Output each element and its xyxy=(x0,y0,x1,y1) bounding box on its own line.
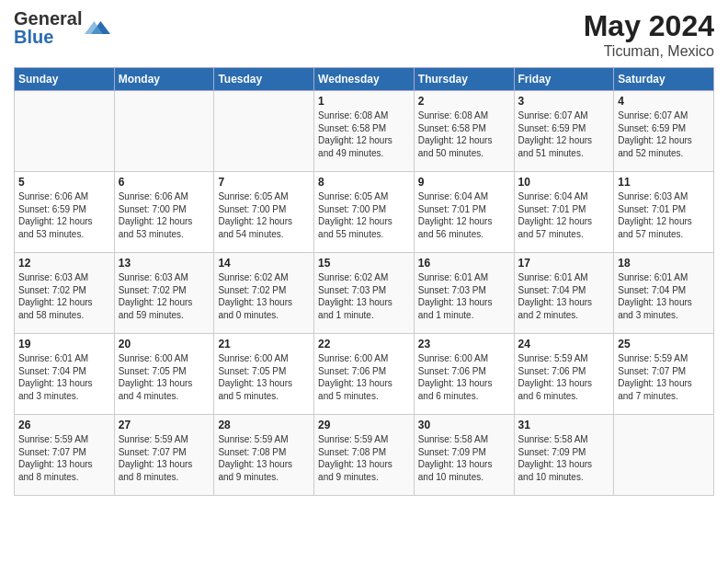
title-block: May 2024 Ticuman, Mexico xyxy=(584,9,714,60)
day-number: 6 xyxy=(119,176,210,189)
weekday-header-saturday: Saturday xyxy=(614,68,714,91)
day-info: Sunrise: 6:06 AM Sunset: 6:59 PM Dayligh… xyxy=(18,190,110,240)
logo: General Blue xyxy=(14,9,110,46)
calendar-cell: 4Sunrise: 6:07 AM Sunset: 6:59 PM Daylig… xyxy=(614,91,714,172)
calendar-table: SundayMondayTuesdayWednesdayThursdayFrid… xyxy=(14,67,714,496)
calendar-cell: 17Sunrise: 6:01 AM Sunset: 7:04 PM Dayli… xyxy=(514,253,614,334)
day-info: Sunrise: 6:04 AM Sunset: 7:01 PM Dayligh… xyxy=(418,190,510,240)
calendar-week-row: 26Sunrise: 5:59 AM Sunset: 7:07 PM Dayli… xyxy=(15,415,714,496)
day-info: Sunrise: 6:03 AM Sunset: 7:02 PM Dayligh… xyxy=(119,271,210,321)
logo-line2: Blue xyxy=(14,28,82,46)
day-number: 9 xyxy=(418,176,510,189)
day-number: 30 xyxy=(418,419,510,431)
day-number: 23 xyxy=(418,338,510,350)
day-info: Sunrise: 6:05 AM Sunset: 7:00 PM Dayligh… xyxy=(218,190,310,240)
day-info: Sunrise: 6:00 AM Sunset: 7:05 PM Dayligh… xyxy=(218,352,310,402)
day-info: Sunrise: 6:01 AM Sunset: 7:03 PM Dayligh… xyxy=(418,271,510,321)
day-number: 11 xyxy=(618,176,710,189)
calendar-cell: 24Sunrise: 5:59 AM Sunset: 7:06 PM Dayli… xyxy=(514,334,614,415)
weekday-header-sunday: Sunday xyxy=(15,68,115,91)
calendar-cell: 3Sunrise: 6:07 AM Sunset: 6:59 PM Daylig… xyxy=(514,91,614,172)
calendar-cell: 27Sunrise: 5:59 AM Sunset: 7:07 PM Dayli… xyxy=(114,415,214,496)
calendar-week-row: 12Sunrise: 6:03 AM Sunset: 7:02 PM Dayli… xyxy=(15,253,714,334)
calendar-cell: 23Sunrise: 6:00 AM Sunset: 7:06 PM Dayli… xyxy=(414,334,514,415)
calendar-cell xyxy=(114,91,214,172)
day-info: Sunrise: 6:08 AM Sunset: 6:58 PM Dayligh… xyxy=(418,109,510,159)
month-title: May 2024 xyxy=(584,9,714,43)
calendar-cell: 14Sunrise: 6:02 AM Sunset: 7:02 PM Dayli… xyxy=(214,253,314,334)
weekday-header-friday: Friday xyxy=(514,68,614,91)
calendar-week-row: 1Sunrise: 6:08 AM Sunset: 6:58 PM Daylig… xyxy=(15,91,714,172)
day-info: Sunrise: 6:01 AM Sunset: 7:04 PM Dayligh… xyxy=(518,271,610,321)
day-number: 26 xyxy=(18,419,110,431)
day-number: 2 xyxy=(418,95,510,108)
calendar-cell: 13Sunrise: 6:03 AM Sunset: 7:02 PM Dayli… xyxy=(114,253,214,334)
calendar-cell xyxy=(614,415,714,496)
logo-line1: General xyxy=(14,9,82,28)
day-number: 8 xyxy=(318,176,410,189)
day-number: 10 xyxy=(518,176,610,189)
calendar-cell: 21Sunrise: 6:00 AM Sunset: 7:05 PM Dayli… xyxy=(214,334,314,415)
calendar-cell: 19Sunrise: 6:01 AM Sunset: 7:04 PM Dayli… xyxy=(15,334,115,415)
day-info: Sunrise: 6:08 AM Sunset: 6:58 PM Dayligh… xyxy=(318,109,410,159)
day-number: 25 xyxy=(618,338,710,350)
day-number: 7 xyxy=(218,176,310,189)
day-number: 29 xyxy=(318,419,410,431)
day-number: 27 xyxy=(119,419,210,431)
day-number: 20 xyxy=(119,338,210,350)
calendar-week-row: 5Sunrise: 6:06 AM Sunset: 6:59 PM Daylig… xyxy=(15,172,714,253)
calendar-cell: 29Sunrise: 5:59 AM Sunset: 7:08 PM Dayli… xyxy=(314,415,415,496)
calendar-cell: 5Sunrise: 6:06 AM Sunset: 6:59 PM Daylig… xyxy=(15,172,115,253)
day-number: 1 xyxy=(318,95,410,108)
logo-text: General Blue xyxy=(14,9,82,46)
day-info: Sunrise: 6:00 AM Sunset: 7:05 PM Dayligh… xyxy=(119,352,210,402)
calendar-cell: 16Sunrise: 6:01 AM Sunset: 7:03 PM Dayli… xyxy=(414,253,514,334)
day-number: 28 xyxy=(218,419,310,431)
day-number: 24 xyxy=(518,338,610,350)
calendar-cell: 15Sunrise: 6:02 AM Sunset: 7:03 PM Dayli… xyxy=(314,253,415,334)
day-info: Sunrise: 6:04 AM Sunset: 7:01 PM Dayligh… xyxy=(518,190,610,240)
calendar-cell: 25Sunrise: 5:59 AM Sunset: 7:07 PM Dayli… xyxy=(614,334,714,415)
calendar-cell: 18Sunrise: 6:01 AM Sunset: 7:04 PM Dayli… xyxy=(614,253,714,334)
calendar-cell xyxy=(214,91,314,172)
location-subtitle: Ticuman, Mexico xyxy=(584,43,714,60)
day-info: Sunrise: 6:02 AM Sunset: 7:02 PM Dayligh… xyxy=(218,271,310,321)
day-number: 17 xyxy=(518,257,610,270)
day-info: Sunrise: 5:59 AM Sunset: 7:07 PM Dayligh… xyxy=(18,433,110,483)
day-info: Sunrise: 5:59 AM Sunset: 7:06 PM Dayligh… xyxy=(518,352,610,402)
day-info: Sunrise: 5:59 AM Sunset: 7:07 PM Dayligh… xyxy=(119,433,210,483)
day-number: 31 xyxy=(518,419,610,431)
day-info: Sunrise: 5:58 AM Sunset: 7:09 PM Dayligh… xyxy=(518,433,610,483)
day-number: 13 xyxy=(119,257,210,270)
day-number: 16 xyxy=(418,257,510,270)
weekday-header-monday: Monday xyxy=(114,68,214,91)
calendar-cell: 11Sunrise: 6:03 AM Sunset: 7:01 PM Dayli… xyxy=(614,172,714,253)
day-info: Sunrise: 6:01 AM Sunset: 7:04 PM Dayligh… xyxy=(618,271,710,321)
calendar-week-row: 19Sunrise: 6:01 AM Sunset: 7:04 PM Dayli… xyxy=(15,334,714,415)
calendar-cell: 8Sunrise: 6:05 AM Sunset: 7:00 PM Daylig… xyxy=(314,172,415,253)
calendar-cell: 30Sunrise: 5:58 AM Sunset: 7:09 PM Dayli… xyxy=(414,415,514,496)
day-number: 5 xyxy=(18,176,110,189)
day-info: Sunrise: 6:06 AM Sunset: 7:00 PM Dayligh… xyxy=(119,190,210,240)
day-number: 21 xyxy=(218,338,310,350)
day-number: 12 xyxy=(18,257,110,270)
calendar-cell: 10Sunrise: 6:04 AM Sunset: 7:01 PM Dayli… xyxy=(514,172,614,253)
calendar-cell: 31Sunrise: 5:58 AM Sunset: 7:09 PM Dayli… xyxy=(514,415,614,496)
day-number: 19 xyxy=(18,338,110,350)
weekday-header-tuesday: Tuesday xyxy=(214,68,314,91)
day-info: Sunrise: 5:59 AM Sunset: 7:07 PM Dayligh… xyxy=(618,352,710,402)
calendar-cell xyxy=(15,91,115,172)
day-number: 3 xyxy=(518,95,610,108)
page-header: General Blue May 2024 Ticuman, Mexico xyxy=(14,9,714,60)
logo-icon xyxy=(85,15,110,40)
day-number: 15 xyxy=(318,257,410,270)
day-info: Sunrise: 5:59 AM Sunset: 7:08 PM Dayligh… xyxy=(218,433,310,483)
day-info: Sunrise: 6:00 AM Sunset: 7:06 PM Dayligh… xyxy=(418,352,510,402)
calendar-cell: 2Sunrise: 6:08 AM Sunset: 6:58 PM Daylig… xyxy=(414,91,514,172)
day-info: Sunrise: 6:00 AM Sunset: 7:06 PM Dayligh… xyxy=(318,352,410,402)
day-info: Sunrise: 6:05 AM Sunset: 7:00 PM Dayligh… xyxy=(318,190,410,240)
weekday-header-row: SundayMondayTuesdayWednesdayThursdayFrid… xyxy=(15,68,714,91)
calendar-cell: 28Sunrise: 5:59 AM Sunset: 7:08 PM Dayli… xyxy=(214,415,314,496)
calendar-cell: 7Sunrise: 6:05 AM Sunset: 7:00 PM Daylig… xyxy=(214,172,314,253)
day-info: Sunrise: 5:59 AM Sunset: 7:08 PM Dayligh… xyxy=(318,433,410,483)
